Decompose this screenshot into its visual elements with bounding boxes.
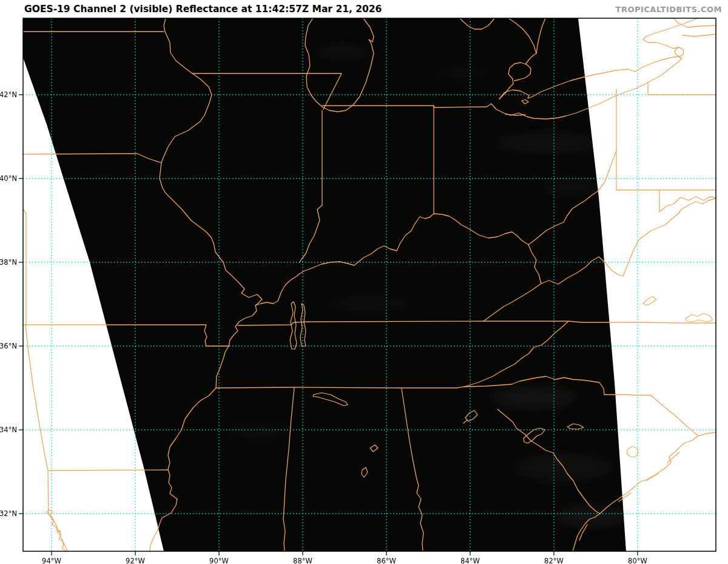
lat-tick-label: 34°N xyxy=(0,426,17,434)
satellite-map: 42°N40°N38°N36°N34°N32°N94°W92°W90°W88°W… xyxy=(0,0,728,564)
lon-tick-label: 86°W xyxy=(377,557,396,564)
lon-tick-label: 84°W xyxy=(460,557,480,564)
lon-tick-label: 92°W xyxy=(126,557,145,564)
lon-tick-label: 88°W xyxy=(293,557,312,564)
lon-tick-label: 82°W xyxy=(544,557,564,564)
lat-tick-label: 38°N xyxy=(0,258,17,267)
lon-tick-label: 94°W xyxy=(42,557,61,564)
lat-tick-label: 32°N xyxy=(0,509,17,518)
lon-tick-label: 80°W xyxy=(628,557,647,564)
lat-tick-label: 36°N xyxy=(0,342,17,350)
satellite-image-page: GOES-19 Channel 2 (visible) Reflectance … xyxy=(0,0,728,564)
lon-tick-label: 90°W xyxy=(209,557,229,564)
lat-tick-label: 40°N xyxy=(0,174,17,183)
lat-tick-label: 42°N xyxy=(0,90,17,99)
